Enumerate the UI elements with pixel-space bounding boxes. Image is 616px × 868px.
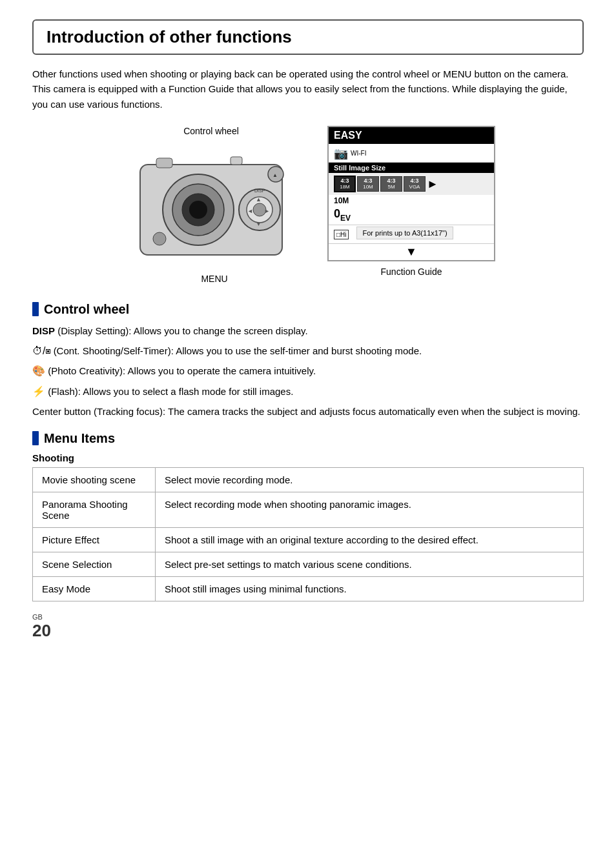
- fg-arrow-icon: ►: [427, 177, 441, 191]
- menu-item-name: Movie shooting scene: [33, 467, 156, 492]
- cw-item-disp: DISP (Display Setting): Allows you to ch…: [32, 323, 584, 339]
- svg-text:◄: ◄: [247, 208, 253, 214]
- menu-item-description: Shoot still images using minimal functio…: [156, 576, 584, 601]
- menu-item-description: Select pre-set settings to match various…: [156, 552, 584, 576]
- size-box-5m: 4:3 5M: [380, 176, 402, 192]
- control-wheel-title: Control wheel: [44, 302, 129, 317]
- disp-label: DISP: [32, 325, 55, 336]
- table-row: Movie shooting scene Select movie record…: [33, 467, 584, 492]
- table-row: Easy Mode Shoot still images using minim…: [33, 576, 584, 601]
- fg-10m-label: 10M: [329, 195, 494, 205]
- camera-illustration: DISP ▲ ▼ ◄ ► ▲: [121, 139, 302, 268]
- table-row: Picture Effect Shoot a still image with …: [33, 527, 584, 552]
- cw-item-flash: ⚡ (Flash): Allows you to select a flash …: [32, 383, 584, 400]
- control-wheel-label: Control wheel: [183, 126, 239, 136]
- cont-shooting-icon: ⏱/▣: [32, 345, 50, 356]
- size-box-18m: 4:3 18M: [334, 176, 356, 193]
- svg-text:DISP: DISP: [254, 188, 265, 193]
- diagram-area: Control wheel DISP ▲ ▼ ◄: [32, 126, 584, 284]
- wifi-icon: 📷: [334, 146, 348, 161]
- svg-text:►: ►: [264, 208, 270, 214]
- fg-easy-row: EASY: [329, 127, 494, 144]
- fg-wifi-row: 📷 WI-FI: [329, 144, 494, 163]
- menu-item-name: Panorama Shooting Scene: [33, 492, 156, 527]
- menu-item-name: Scene Selection: [33, 552, 156, 576]
- fg-still-image-size-label: Still Image Size: [329, 163, 494, 173]
- svg-rect-14: [231, 157, 242, 165]
- menu-items-heading: Menu Items: [32, 431, 584, 446]
- cw-item-center: Center button (Tracking focus): The came…: [32, 404, 584, 419]
- size-box-10m: 4:3 10M: [357, 176, 379, 192]
- flash-icon: ⚡: [32, 386, 45, 397]
- function-guide-box: EASY 📷 WI-FI Still Image Size 4:3 18M 4:…: [327, 126, 495, 261]
- hi-icon: □Hi: [334, 230, 349, 239]
- table-row: Panorama Shooting Scene Select recording…: [33, 492, 584, 527]
- page-number: GB 20: [32, 613, 584, 641]
- menu-table: Movie shooting scene Select movie record…: [32, 467, 584, 601]
- fg-0ev-row: 0EV: [329, 205, 494, 225]
- menu-label: MENU: [194, 274, 227, 284]
- menu-item-description: Select recording mode when shooting pano…: [156, 492, 584, 527]
- svg-rect-13: [156, 158, 172, 168]
- menu-item-name: Picture Effect: [33, 527, 156, 552]
- svg-text:▼: ▼: [256, 221, 262, 227]
- menu-item-name: Easy Mode: [33, 576, 156, 601]
- ev-label: 0EV: [334, 207, 351, 223]
- table-row: Scene Selection Select pre-set settings …: [33, 552, 584, 576]
- menu-items-title: Menu Items: [44, 431, 115, 446]
- page-title-box: Introduction of other functions: [32, 19, 584, 55]
- gb-label: GB: [32, 613, 584, 621]
- control-wheel-content: DISP (Display Setting): Allows you to ch…: [32, 323, 584, 419]
- svg-text:▲: ▲: [272, 172, 278, 178]
- function-guide-wrap: EASY 📷 WI-FI Still Image Size 4:3 18M 4:…: [327, 126, 495, 277]
- menu-section: Shooting Movie shooting scene Select mov…: [32, 452, 584, 601]
- page-num: 20: [32, 621, 51, 640]
- wifi-label: WI-FI: [351, 150, 366, 157]
- cw-item-cont: ⏱/▣ (Cont. Shooting/Self-Timer): Allows …: [32, 343, 584, 359]
- photo-creativity-icon: 🎨: [32, 365, 45, 376]
- menu-item-description: Select movie recording mode.: [156, 467, 584, 492]
- svg-point-15: [153, 232, 166, 245]
- control-wheel-heading: Control wheel: [32, 302, 584, 317]
- page-title: Introduction of other functions: [46, 27, 570, 47]
- fg-for-prints: For prints up to A3(11x17"): [356, 227, 453, 239]
- fg-size-row: 4:3 18M 4:3 10M 4:3 5M 4:3 VGA ►: [329, 173, 494, 196]
- camera-diagram: Control wheel DISP ▲ ▼ ◄: [121, 126, 302, 284]
- fg-bottom-arrow: ▼: [329, 243, 494, 260]
- svg-text:▲: ▲: [256, 196, 262, 203]
- fg-hibox-row: □Hi For prints up to A3(11x17"): [329, 225, 494, 243]
- camera-svg: DISP ▲ ▼ ◄ ► ▲: [121, 139, 302, 270]
- menu-item-description: Shoot a still image with an original tex…: [156, 527, 584, 552]
- section-bar-menu: [32, 431, 39, 445]
- svg-point-4: [189, 201, 207, 219]
- function-guide-label: Function Guide: [327, 267, 495, 277]
- size-box-vga: 4:3 VGA: [404, 176, 426, 192]
- intro-paragraph: Other functions used when shooting or pl…: [32, 66, 584, 112]
- section-bar-cw: [32, 302, 39, 316]
- menu-subsection-shooting: Shooting: [32, 452, 584, 463]
- cw-item-photo: 🎨 (Photo Creativity): Allows you to oper…: [32, 363, 584, 379]
